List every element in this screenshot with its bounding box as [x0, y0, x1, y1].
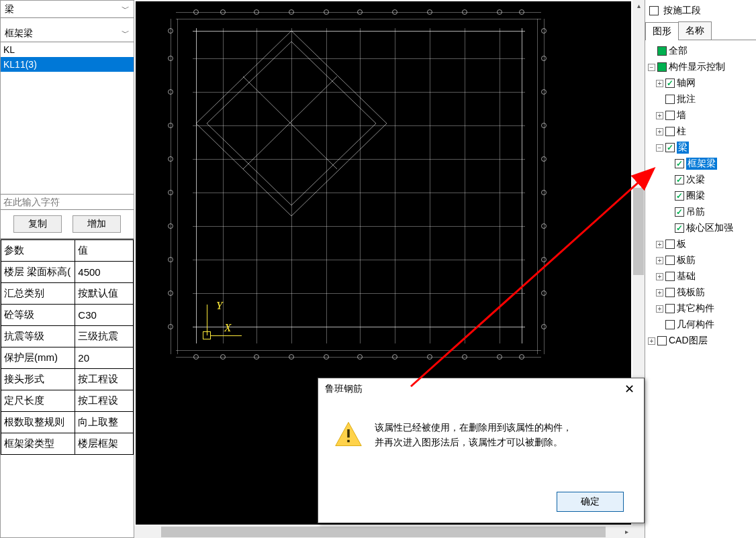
filter-input[interactable]: [1, 194, 134, 210]
table-row: 接头形式按工程设: [1, 369, 134, 390]
table-row: 保护层(mm)20: [1, 347, 134, 369]
checkbox-icon[interactable]: [665, 111, 675, 120]
tree-expand-icon[interactable]: [648, 337, 655, 345]
properties-table[interactable]: 参数 值 楼层 梁面标高(4500 汇总类别按默认值 砼等级C30 抗震等级三级…: [1, 239, 134, 455]
subcategory-combo-value: 框架梁: [5, 28, 33, 40]
dialog-title: 鲁班钢筋: [325, 383, 363, 395]
tree-collapse-icon[interactable]: [656, 144, 663, 152]
drawing-area: X Y ▴ ▸ 鲁班钢筋 ✕: [134, 0, 645, 538]
category-combo-value: 梁: [5, 3, 14, 15]
tree-expand-icon[interactable]: [656, 80, 663, 87]
table-row: 框架梁类型楼层框架: [1, 433, 134, 455]
checkbox-icon[interactable]: [657, 336, 667, 345]
list-item[interactable]: KL11(3): [1, 57, 134, 72]
tree-expand-icon[interactable]: [656, 273, 663, 280]
list-button-row: 复制 增加: [1, 210, 134, 239]
table-row: 定尺长度按工程设: [1, 390, 134, 412]
chevron-down-icon: ﹀: [122, 28, 130, 39]
scrollbar-thumb[interactable]: [161, 527, 606, 537]
chevron-down-icon: ﹀: [122, 3, 130, 15]
checkbox-icon[interactable]: [665, 256, 675, 265]
warning-icon: [334, 420, 363, 448]
svg-marker-1: [207, 42, 376, 205]
props-header-param: 参数: [1, 240, 75, 262]
tree-collapse-icon[interactable]: [648, 64, 655, 71]
close-icon: ✕: [624, 382, 634, 396]
right-tabs: 图形 名称: [645, 21, 756, 40]
axis-x-label: X: [224, 321, 231, 335]
stage-row: 按施工段: [645, 0, 756, 21]
table-row: 汇总类别按默认值: [1, 283, 134, 305]
checkbox-icon[interactable]: [665, 95, 675, 104]
tree-expand-icon[interactable]: [656, 289, 663, 297]
checkbox-icon[interactable]: [665, 239, 675, 249]
add-button[interactable]: 增加: [73, 215, 121, 233]
tab-graphics[interactable]: 图形: [645, 22, 679, 40]
table-row: 根数取整规则向上取整: [1, 412, 134, 433]
dialog-message: 该属性已经被使用，在删除用到该属性的构件， 并再次进入图形法后，该属性才可以被删…: [375, 420, 572, 449]
message-dialog: 鲁班钢筋 ✕ 该属性已经被使用，在删除用到该属性的构件， 并再次进入图形法后，该…: [318, 378, 645, 523]
checkbox-icon[interactable]: [665, 127, 675, 136]
close-button[interactable]: ✕: [621, 381, 637, 397]
subcategory-combo[interactable]: 框架梁 ﹀: [1, 25, 134, 42]
svg-rect-6: [347, 440, 350, 443]
tree-expand-icon[interactable]: [656, 241, 663, 248]
checkbox-icon[interactable]: ✓: [675, 175, 684, 184]
table-row: 抗震等级三级抗震: [1, 326, 134, 347]
checkbox-icon[interactable]: ✓: [665, 78, 675, 88]
checkbox-icon[interactable]: ✓: [675, 223, 684, 233]
tree-expand-icon[interactable]: [656, 128, 663, 136]
right-panel: 按施工段 图形 名称 全部 构件显示控制 ✓轴网 批注 墙 柱 ✓梁 ✓框架梁 …: [645, 0, 756, 538]
checkbox-icon[interactable]: ✓: [665, 143, 675, 152]
checkbox-icon[interactable]: [665, 288, 675, 297]
axis-y-label: Y: [216, 299, 222, 313]
tree-node-beam[interactable]: 梁: [677, 142, 689, 154]
ok-button[interactable]: 确定: [557, 492, 624, 512]
properties-table-wrap: 参数 值 楼层 梁面标高(4500 汇总类别按默认值 砼等级C30 抗震等级三级…: [1, 239, 134, 537]
display-tree[interactable]: 全部 构件显示控制 ✓轴网 批注 墙 柱 ✓梁 ✓框架梁 ✓次梁 ✓圈梁 ✓吊筋…: [645, 40, 756, 538]
copy-button[interactable]: 复制: [13, 215, 62, 233]
checkbox-icon[interactable]: ✓: [675, 191, 684, 201]
checkbox-icon[interactable]: [657, 62, 667, 72]
stage-checkbox[interactable]: [649, 6, 659, 15]
scrollbar-corner: [632, 526, 645, 538]
tab-name[interactable]: 名称: [678, 21, 712, 40]
table-row: 砼等级C30: [1, 305, 134, 326]
checkbox-icon[interactable]: ✓: [675, 159, 684, 168]
scroll-up-icon[interactable]: ▴: [632, 0, 645, 12]
tree-expand-icon[interactable]: [656, 305, 663, 313]
props-header-value: 值: [75, 240, 134, 262]
horizontal-scrollbar[interactable]: ▸: [134, 526, 632, 538]
list-item[interactable]: KL: [1, 42, 134, 57]
checkbox-icon[interactable]: ✓: [675, 207, 684, 217]
tree-expand-icon[interactable]: [656, 257, 663, 264]
left-panel: 梁 ﹀ 框架梁 ﹀ KL KL11(3) 复制 增加 参数 值 楼层 梁面标高(…: [0, 0, 134, 538]
stage-label: 按施工段: [663, 5, 701, 17]
svg-rect-5: [347, 429, 350, 437]
table-row: 楼层 梁面标高(4500: [1, 262, 134, 283]
scrollbar-thumb[interactable]: [633, 188, 644, 275]
checkbox-icon[interactable]: [665, 320, 675, 329]
category-combo[interactable]: 梁 ﹀: [1, 1, 134, 18]
tree-node-frame-beam[interactable]: 框架梁: [686, 158, 717, 170]
scroll-right-icon[interactable]: ▸: [620, 526, 632, 538]
tree-expand-icon[interactable]: [656, 112, 663, 119]
checkbox-icon[interactable]: [665, 304, 675, 313]
checkbox-icon[interactable]: [665, 272, 675, 281]
svg-marker-0: [196, 31, 387, 216]
component-list[interactable]: KL KL11(3): [1, 42, 134, 194]
checkbox-icon[interactable]: [657, 46, 667, 56]
